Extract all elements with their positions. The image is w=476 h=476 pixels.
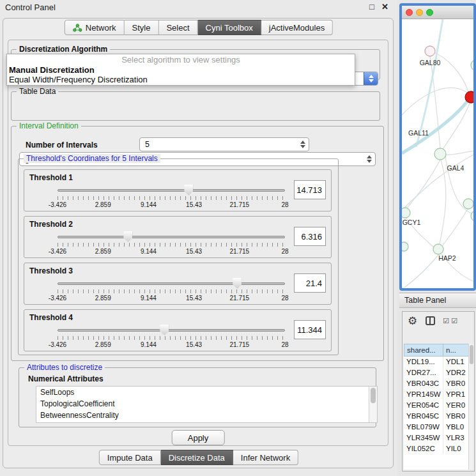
intervals-combobox[interactable]: 5 [139, 137, 309, 151]
table-row[interactable]: YIL052CYIL0 [404, 443, 474, 454]
table-header-row: shared... n... [404, 344, 474, 357]
network-node [434, 148, 446, 160]
table-row[interactable]: YBR045CYBR0 [404, 411, 474, 422]
threshold-value-field[interactable] [294, 273, 326, 293]
network-node [471, 211, 476, 221]
threshold-value-field[interactable] [294, 180, 326, 199]
tab-impute-data[interactable]: Impute Data [99, 450, 161, 465]
network-window-titlebar[interactable] [402, 6, 473, 19]
tab-label: Cyni Toolbox [206, 23, 253, 33]
node-label: HAP2 [438, 254, 456, 262]
tick-label: -3.426 [49, 341, 66, 348]
list-item[interactable]: SelfLoops [36, 387, 377, 398]
network-node [433, 244, 443, 254]
slider-scale: -3.426 2.859 9.144 15.43 21.715 28 [58, 341, 285, 349]
threshold-value-field[interactable] [294, 320, 326, 339]
slider-scale: -3.426 2.859 9.144 15.43 21.715 28 [58, 295, 285, 302]
tab-style[interactable]: Style [125, 20, 159, 35]
show-column-checkbox-icon[interactable]: ☑ [451, 317, 458, 325]
slider-track[interactable] [58, 236, 285, 238]
table-panel-header: Table Panel [399, 293, 476, 308]
slider-thumb[interactable] [233, 278, 242, 289]
gear-icon[interactable]: ⚙ [408, 316, 417, 326]
apply-button[interactable]: Apply [172, 430, 225, 445]
number-of-intervals-label: Number of Intervals [26, 141, 98, 150]
table-row[interactable]: YDL19...YDL1 [404, 357, 474, 367]
table-rows: YDL19...YDL1 YDR27...YDR2 YBR043CYBR0 YP… [404, 357, 474, 470]
tab-label: jActiveModules [269, 23, 325, 33]
slider-track[interactable] [58, 282, 285, 285]
scrollbar-thumb[interactable] [371, 388, 376, 403]
table-row[interactable]: YBR043CYBR0 [404, 378, 474, 389]
scrollbar-thumb[interactable] [470, 345, 473, 364]
tab-label: Infer Network [241, 453, 290, 463]
threshold-label: Threshold 2 [29, 220, 73, 229]
tick-label: 9.144 [141, 248, 157, 255]
table-row[interactable]: YPR145WYPR1 [404, 389, 474, 400]
table-scrollbar[interactable] [468, 344, 474, 470]
tab-discretize-data[interactable]: Discretize Data [161, 450, 233, 465]
dropdown-item-manual-discretization[interactable]: Manual Discretization [7, 65, 355, 75]
table-row[interactable]: YER054CYER0 [404, 400, 474, 411]
tick-label: 9.144 [141, 295, 157, 302]
table-data-group: Table Data galFiltered.sif default node [11, 91, 380, 121]
attributes-to-discretize-group: Attributes to discretize Numerical Attri… [19, 367, 376, 427]
tick-label: 2.859 [95, 201, 111, 208]
table-row[interactable]: YLR345WYLR3 [404, 433, 474, 443]
node-label: GAL4 [447, 164, 464, 172]
slider-ticks [58, 289, 285, 293]
combobox-arrows-icon[interactable] [297, 141, 309, 148]
control-panel: Control Panel □ ✕ Network Style Select C… [0, 0, 397, 476]
tab-network[interactable]: Network [65, 20, 125, 35]
tick-label: 2.859 [95, 295, 111, 302]
tick-label: 2.859 [95, 248, 111, 255]
tab-infer-network[interactable]: Infer Network [233, 450, 298, 465]
slider-thumb[interactable] [123, 231, 132, 242]
zoom-traffic-light-icon[interactable] [426, 9, 433, 16]
threshold-slider[interactable]: -3.426 2.859 9.144 15.43 21.715 28 [58, 184, 285, 211]
threshold-slider[interactable]: -3.426 2.859 9.144 15.43 21.715 28 [58, 231, 285, 257]
tick-label: -3.426 [49, 248, 66, 255]
tick-label: 21.715 [230, 295, 250, 302]
threshold-slider[interactable]: -3.426 2.859 9.144 15.43 21.715 28 [58, 324, 285, 351]
network-node [471, 60, 476, 70]
numerical-attributes-list[interactable]: SelfLoops TopologicalCoefficient Between… [36, 386, 378, 423]
thresholds-group: Threshold's Coordinates for 5 Intervals … [18, 158, 339, 355]
combobox-arrows-icon[interactable] [364, 72, 378, 85]
network-canvas[interactable]: GAL80 GAL11 GAL4 GCY1 HAP2 [402, 19, 473, 288]
show-column-checkbox-icon[interactable]: ☑ [443, 317, 450, 325]
tab-cyni-toolbox[interactable]: Cyni Toolbox [198, 20, 261, 35]
tab-label: Discretize Data [169, 453, 225, 463]
node-label: GCY1 [403, 219, 421, 226]
table-row[interactable]: YDR27...YDR2 [404, 367, 474, 378]
slider-track[interactable] [58, 329, 285, 332]
slider-thumb[interactable] [160, 325, 169, 335]
slider-thumb[interactable] [184, 185, 193, 196]
table-row[interactable]: YBL079WYBL0 [404, 422, 474, 433]
threshold-label: Threshold 4 [29, 313, 73, 322]
tab-jactivemodules[interactable]: jActiveModules [261, 20, 333, 35]
slider-track[interactable] [58, 189, 285, 192]
dropdown-item-equal-width-frequency[interactable]: Equal Width/Frequency Discretization [7, 75, 355, 84]
close-traffic-light-icon[interactable] [406, 9, 413, 16]
list-scrollbar[interactable] [369, 387, 377, 422]
threshold-value-field[interactable] [294, 227, 326, 246]
slider-scale: -3.426 2.859 9.144 15.43 21.715 28 [58, 201, 285, 209]
network-node [425, 46, 435, 56]
minimize-traffic-light-icon[interactable] [416, 9, 423, 16]
columns-icon[interactable] [426, 316, 435, 325]
float-window-icon[interactable]: □ [369, 2, 374, 12]
close-icon[interactable]: ✕ [381, 2, 388, 12]
table-panel: ⚙ ☑ ☑ shared... n... YDL19...YDL1 YDR27.… [402, 311, 475, 472]
combobox-value: 5 [140, 140, 297, 149]
slider-scale: -3.426 2.859 9.144 15.43 21.715 28 [58, 248, 285, 256]
threshold-slider[interactable]: -3.426 2.859 9.144 15.43 21.715 28 [58, 277, 285, 304]
tab-select[interactable]: Select [158, 20, 197, 35]
app-root: Control Panel □ ✕ Network Style Select C… [0, 0, 476, 476]
threshold-label: Threshold 3 [29, 266, 73, 275]
list-item[interactable]: BetweennessCentrality [36, 410, 377, 421]
list-item[interactable]: TopologicalCoefficient [36, 398, 377, 410]
tab-label: Impute Data [107, 453, 153, 463]
slider-ticks [58, 243, 285, 247]
column-header-shared-name[interactable]: shared... [404, 344, 443, 357]
